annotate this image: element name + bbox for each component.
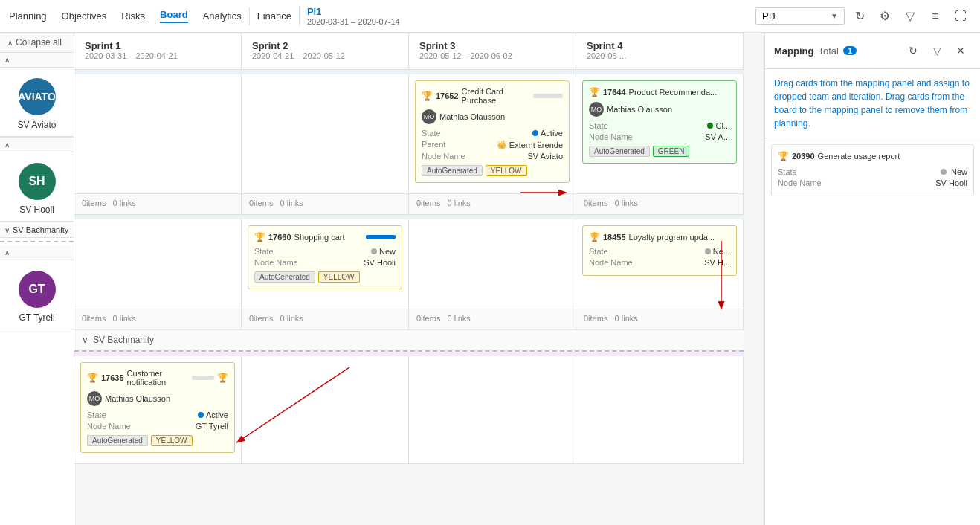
nav-links: Planning Objectives Risks Board Analytic… [9,9,242,23]
mapping-badge: 1 [843,46,857,55]
aviato-footer-s2: 0items 0 links [242,194,409,214]
settings-icon[interactable]: ≡ [925,6,946,27]
sprint-4-header: Sprint 4 2020-06-... [576,33,744,69]
tyrell-sprint2-cell[interactable] [242,356,409,463]
nav-analytics[interactable]: Analytics [203,10,242,22]
mapping-filter-icon[interactable]: ▽ [926,40,947,61]
mapping-panel: Mapping Total 1 ↻ ▽ ✕ Drag cards from th… [764,33,980,525]
card-nodename-row-17660: Node Name SV Hooli [254,258,396,267]
chevron-up-icon: ∧ [7,39,13,47]
sprint-header-row: Sprint 1 2020-03-31 – 2020-04-21 Sprint … [74,33,744,70]
card-id-17660: 17660 [268,233,291,242]
team-aviato: AVIATO SV Aviato [0,68,74,137]
bachmanity-collapse-row[interactable]: ∨ SV Bachmanity [74,330,744,350]
tyrell-sprint4-cell[interactable] [576,356,744,463]
card-tags-17660: AutoGenerated YELLOW [254,271,396,283]
nodename-label-17652: Node Name [422,152,465,161]
card-nodename-row-17635: Node Name GT Tyrell [87,422,228,431]
aviato-sprint2-cell[interactable] [242,74,409,193]
sprint-4-dates: 2020-06-... [587,51,732,60]
hooli-sprint3-cell[interactable] [409,219,576,309]
card-18455[interactable]: 🏆 18455 Loyalty program upda... State Ne… [582,225,737,276]
state-label-17644: State [589,121,608,130]
card-avatar-17635: MO [87,391,102,406]
nodename-label-17660: Node Name [254,258,298,267]
board-content[interactable]: Sprint 1 2020-03-31 – 2020-04-21 Sprint … [74,33,764,525]
aviato-footer-s1: 0items 0 links [74,194,242,214]
card-user-17652: Mathias Olausson [439,112,505,121]
mapping-header: Mapping Total 1 ↻ ▽ ✕ [765,33,980,69]
mapping-nodename-value-20390: SV Hooli [935,178,967,187]
card-tags-17644: AutoGenerated GREEN [589,146,730,157]
tyrell-section: 🏆 17635 Customer notification 🏆 MO Mathi… [74,352,744,464]
bachmanity-label: SV Bachmanity [13,225,68,234]
section-collapse-aviato[interactable]: ∧ [0,53,74,68]
tyrell-sprint3-cell[interactable] [409,356,576,463]
hooli-sprint2-cell[interactable]: 🏆 17660 Shopping cart State New [242,219,409,309]
card-17652[interactable]: 🏆 17652 Credit Card Purchase MO Mathias … [415,80,570,183]
tag-yellow-17652[interactable]: YELLOW [486,165,527,176]
team-aviato-label: SV Aviato [18,120,57,130]
state-value-17644: Cl... [707,121,730,130]
team-hooli: SH SV Hooli [0,152,74,222]
nav-planning[interactable]: Planning [9,10,47,22]
filter-icon[interactable]: ▽ [900,6,921,27]
chevron-up-aviato: ∧ [4,56,10,64]
card-state-row-17644: State Cl... [589,121,730,130]
card-title-17660: Shopping cart [294,233,363,242]
refresh-icon[interactable]: ↻ [849,6,870,27]
mapping-card-title-20390: Generate usage report [818,152,967,161]
collapse-all-button[interactable]: ∧ Collapse all [0,33,74,53]
tyrell-sprint1-cell[interactable]: 🏆 17635 Customer notification 🏆 MO Mathi… [74,356,242,463]
tag-yellow-17635[interactable]: YELLOW [151,435,193,446]
mapping-card-20390[interactable]: 🏆 20390 Generate usage report State New … [771,144,974,196]
mapping-card-nodename-row-20390: Node Name SV Hooli [778,178,967,187]
aviato-section: 🏆 17652 Credit Card Purchase MO Mathias … [74,70,744,215]
avatar-aviato: AVIATO [19,78,56,115]
aviato-sprint4-cell[interactable]: 🏆 17644 Product Recommenda... MO Mathias… [576,74,744,193]
card-progress-17652 [533,94,563,98]
card-17660[interactable]: 🏆 17660 Shopping cart State New [248,225,402,289]
gear-icon[interactable]: ⚙ [874,6,895,27]
mapping-close-icon[interactable]: ✕ [950,40,971,61]
nav-board[interactable]: Board [160,9,188,23]
card-user-17644: Mathias Olausson [607,105,672,114]
sprint-1-title: Sprint 1 [85,40,231,51]
card-progress-17660 [366,235,396,239]
section-collapse-tyrell[interactable]: ∧ [0,245,74,260]
trophy-icon-17652: 🏆 [422,91,433,101]
nodename-value-17644: SV A... [705,132,730,141]
tag-autogenerated-17660[interactable]: AutoGenerated [254,271,315,283]
card-title-17644: Product Recommenda... [629,88,730,97]
hooli-sprint4-cell[interactable]: 🏆 18455 Loyalty program upda... State Ne… [576,219,744,309]
aviato-sprint3-cell[interactable]: 🏆 17652 Credit Card Purchase MO Mathias … [409,74,576,193]
tag-autogenerated-17652[interactable]: AutoGenerated [422,165,483,176]
card-nodename-row-18455: Node Name SV H... [589,258,730,267]
mapping-refresh-icon[interactable]: ↻ [903,40,923,61]
hooli-section: 🏆 17660 Shopping cart State New [74,215,744,330]
mapping-card-state-row-20390: State New [778,167,967,176]
expand-icon[interactable]: ⛶ [950,6,971,27]
tag-green-17644[interactable]: GREEN [653,146,690,157]
section-collapse-bachmanity[interactable]: ∨ SV Bachmanity [0,222,74,238]
pi-dates: 2020-03-31 – 2020-07-14 [307,17,400,26]
tag-autogenerated-17635[interactable]: AutoGenerated [87,435,148,446]
section-collapse-hooli[interactable]: ∧ [0,137,74,152]
card-17644[interactable]: 🏆 17644 Product Recommenda... MO Mathias… [582,80,737,164]
pi-info: PI1 2020-03-31 – 2020-07-14 [299,6,400,26]
parent-icon-17652: 👑 [497,140,507,149]
hooli-sprint1-cell[interactable] [74,219,242,309]
bachmanity-section: ∨ SV Bachmanity [74,330,744,350]
card-progress-17635 [192,376,214,380]
nav-divider [249,7,250,25]
nodename-label-17644: Node Name [589,132,633,141]
tag-autogenerated-17644[interactable]: AutoGenerated [589,146,650,157]
nav-objectives[interactable]: Objectives [62,10,107,22]
tag-yellow-17660[interactable]: YELLOW [318,271,360,283]
trophy-icon-17644: 🏆 [589,87,600,97]
pi-dropdown[interactable]: PI1 ▼ [755,7,845,25]
card-17635[interactable]: 🏆 17635 Customer notification 🏆 MO Mathi… [80,362,235,453]
chevron-up-tyrell: ∧ [4,248,10,257]
aviato-sprint1-cell[interactable] [74,74,242,193]
nav-risks[interactable]: Risks [121,10,145,22]
